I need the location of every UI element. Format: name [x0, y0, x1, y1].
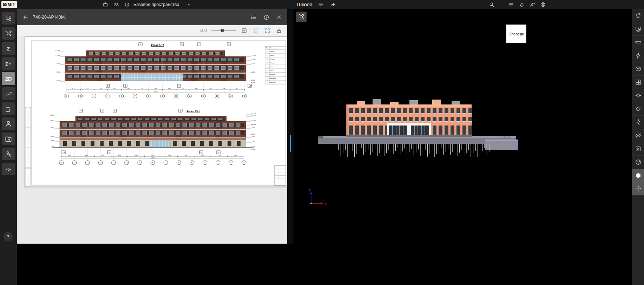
projects-briefcase-icon[interactable]	[102, 1, 109, 8]
svg-text:Витражи: Витражи	[270, 74, 275, 75]
svg-text:+4.350: +4.350	[251, 134, 255, 135]
sheet-list-icon[interactable]	[250, 14, 257, 21]
sidebar-item-model-structure[interactable]	[2, 12, 15, 25]
svg-text:4: 4	[80, 110, 81, 112]
svg-text:-3.000: -3.000	[251, 149, 255, 150]
svg-text:15: 15	[243, 95, 245, 97]
focus-target-icon[interactable]	[632, 89, 644, 102]
sidebar-item-sums[interactable]: Σ	[2, 42, 15, 55]
svg-text:+7.050: +7.050	[251, 127, 255, 129]
fullscreen-icon[interactable]	[264, 27, 271, 34]
close-icon[interactable]	[275, 14, 282, 21]
drawing-panel: 740-20-АР ИЗМ. 100	[17, 9, 287, 244]
sidebar-item-responsibles[interactable]	[2, 148, 15, 160]
svg-text:Цоколь: Цоколь	[270, 66, 274, 68]
svg-text:6000: 6000	[195, 88, 198, 89]
app-logo[interactable]: BiMiT	[1, 1, 17, 8]
perspective-box-icon[interactable]	[632, 62, 644, 76]
lock-view-icon[interactable]	[275, 27, 282, 34]
svg-text:5: 5	[107, 85, 108, 87]
panel-divider[interactable]	[290, 135, 291, 152]
help-button[interactable]: ?	[4, 232, 13, 241]
svg-text:+7.050: +7.050	[55, 63, 60, 65]
svg-text:+7.050: +7.050	[50, 127, 54, 129]
sidebar-item-users[interactable]	[2, 117, 15, 130]
visibility-off-icon[interactable]	[632, 129, 644, 142]
sidebar-item-charts[interactable]	[2, 87, 15, 100]
project-title-group: Школа	[297, 0, 336, 9]
workspace-selector[interactable]: Базовое пространство	[133, 0, 192, 9]
svg-text:6: 6	[267, 70, 268, 72]
svg-text:Стены: Стены	[270, 55, 274, 56]
measure-ruler-icon[interactable]	[632, 36, 644, 49]
left-sidebar: Σ Σ+ 2D ?	[0, 9, 17, 285]
clip-cube-icon[interactable]	[632, 156, 644, 169]
svg-text:4210: 4210	[201, 155, 204, 156]
sidebar-item-dashboard[interactable]	[2, 163, 15, 175]
search-icon[interactable]	[488, 1, 495, 8]
drawing-canvas[interactable]: Фасад 1-15361452710+17.250+12.980+7.050+…	[17, 36, 287, 244]
svg-text:8: 8	[148, 95, 149, 97]
svg-text:6: 6	[218, 151, 219, 154]
add-user-icon[interactable]	[529, 1, 536, 8]
delete-box-icon[interactable]	[632, 142, 644, 156]
orbit-rotate-icon[interactable]	[632, 9, 644, 22]
svg-text:7: 7	[178, 85, 179, 87]
shuffle-icon	[5, 29, 12, 37]
svg-text:+3.280: +3.280	[251, 72, 255, 73]
sidebar-item-sums-add[interactable]: Σ+	[2, 57, 15, 70]
team-icon[interactable]	[113, 1, 120, 8]
section-plane-icon[interactable]	[632, 102, 644, 116]
svg-text:5: 5	[267, 66, 268, 68]
history-clock-icon[interactable]	[124, 1, 131, 8]
sidebar-item-export[interactable]	[2, 133, 15, 145]
svg-text:Поз.: Поз.	[266, 47, 268, 49]
svg-text:4: 4	[228, 43, 229, 46]
svg-text:3: 3	[140, 43, 141, 46]
back-arrow-icon[interactable]	[22, 14, 29, 21]
svg-text:+12.980: +12.980	[251, 120, 256, 121]
svg-text:9: 9	[162, 95, 163, 97]
svg-text:6000: 6000	[135, 155, 138, 156]
svg-text:3: 3	[217, 162, 218, 164]
move-model-icon[interactable]	[632, 182, 644, 196]
svg-text:+17.250: +17.250	[251, 113, 256, 114]
account-icon[interactable]	[539, 1, 546, 8]
fit-page-icon[interactable]	[241, 27, 248, 34]
svg-text:12: 12	[203, 95, 205, 97]
svg-text:10: 10	[126, 162, 128, 164]
svg-text:2880: 2880	[168, 155, 171, 156]
svg-text:6: 6	[121, 95, 122, 97]
list-menu-icon[interactable]	[508, 1, 515, 8]
svg-text:13: 13	[87, 162, 89, 164]
zoom-slider-knob[interactable]	[221, 29, 224, 32]
flash-icon[interactable]	[632, 49, 644, 62]
svg-text:10: 10	[63, 151, 65, 154]
right-toolbar	[632, 9, 644, 285]
model-cube-icon[interactable]	[632, 169, 644, 182]
settings-gear-icon[interactable]	[317, 1, 324, 8]
sidebar-item-connections[interactable]	[2, 27, 15, 40]
svg-text:X: X	[324, 202, 327, 205]
svg-text:+4.340: +4.340	[50, 136, 54, 137]
svg-text:6370: 6370	[101, 155, 104, 156]
model-viewport[interactable]: Спереди ZX	[294, 9, 632, 285]
svg-text:Водосточн.: Водосточн.	[270, 82, 276, 83]
zoom-slider[interactable]	[211, 30, 236, 31]
walkthrough-icon[interactable]	[632, 116, 644, 129]
notifications-bell-icon[interactable]	[518, 1, 525, 8]
svg-text:3: 3	[94, 95, 95, 97]
info-icon[interactable]	[263, 14, 270, 21]
svg-text:+2.880: +2.880	[50, 140, 54, 142]
person-icon	[5, 120, 12, 128]
viewports-grid-icon[interactable]	[632, 76, 644, 89]
screen-select-icon[interactable]	[632, 22, 644, 36]
sidebar-item-plugins[interactable]	[2, 102, 15, 115]
camera-view-icon[interactable]	[296, 12, 307, 22]
view-cube-front[interactable]: Спереди	[506, 25, 526, 43]
svg-text:14: 14	[73, 162, 75, 164]
share-icon[interactable]	[329, 1, 336, 8]
sidebar-item-2d-drawings[interactable]: 2D	[2, 72, 15, 85]
svg-text:+11.080: +11.080	[251, 59, 256, 60]
svg-text:6000: 6000	[209, 88, 212, 89]
